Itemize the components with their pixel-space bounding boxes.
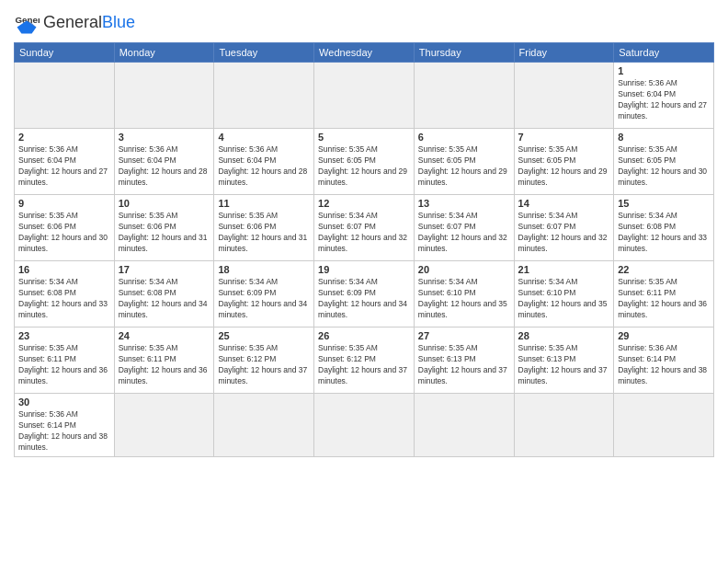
calendar-week-row: 30Sunrise: 5:36 AM Sunset: 6:14 PM Dayli… — [15, 394, 714, 457]
calendar-cell — [414, 394, 514, 457]
weekday-header-row: SundayMondayTuesdayWednesdayThursdayFrid… — [15, 43, 714, 63]
calendar-cell: 30Sunrise: 5:36 AM Sunset: 6:14 PM Dayli… — [15, 394, 115, 457]
calendar-cell: 7Sunrise: 5:35 AM Sunset: 6:05 PM Daylig… — [514, 129, 614, 195]
day-info: Sunrise: 5:34 AM Sunset: 6:08 PM Dayligh… — [18, 277, 110, 321]
weekday-header-wednesday: Wednesday — [314, 43, 415, 63]
day-info: Sunrise: 5:34 AM Sunset: 6:07 PM Dayligh… — [518, 211, 610, 255]
day-info: Sunrise: 5:34 AM Sunset: 6:08 PM Dayligh… — [119, 277, 210, 321]
logo-text: GeneralBlue — [43, 14, 135, 30]
day-info: Sunrise: 5:36 AM Sunset: 6:04 PM Dayligh… — [218, 144, 310, 189]
day-info: Sunrise: 5:35 AM Sunset: 6:13 PM Dayligh… — [518, 343, 610, 387]
day-number: 30 — [18, 396, 110, 408]
calendar-cell: 11Sunrise: 5:35 AM Sunset: 6:06 PM Dayli… — [214, 195, 314, 261]
weekday-header-tuesday: Tuesday — [214, 43, 314, 63]
calendar-cell: 28Sunrise: 5:35 AM Sunset: 6:13 PM Dayli… — [514, 327, 614, 394]
day-info: Sunrise: 5:34 AM Sunset: 6:09 PM Dayligh… — [318, 277, 410, 321]
calendar-cell: 5Sunrise: 5:35 AM Sunset: 6:05 PM Daylig… — [314, 129, 415, 195]
day-info: Sunrise: 5:34 AM Sunset: 6:07 PM Dayligh… — [318, 211, 410, 255]
day-number: 2 — [18, 132, 110, 143]
weekday-header-saturday: Saturday — [614, 43, 714, 63]
day-info: Sunrise: 5:35 AM Sunset: 6:05 PM Dayligh… — [318, 144, 410, 189]
calendar-cell — [614, 394, 714, 457]
calendar-cell: 24Sunrise: 5:35 AM Sunset: 6:11 PM Dayli… — [114, 327, 214, 394]
calendar-week-row: 1Sunrise: 5:36 AM Sunset: 6:04 PM Daylig… — [15, 63, 714, 129]
day-number: 27 — [418, 330, 510, 341]
day-info: Sunrise: 5:35 AM Sunset: 6:12 PM Dayligh… — [318, 343, 410, 387]
calendar-cell: 27Sunrise: 5:35 AM Sunset: 6:13 PM Dayli… — [414, 327, 514, 394]
day-number: 17 — [119, 264, 210, 275]
day-number: 5 — [318, 132, 410, 143]
day-info: Sunrise: 5:35 AM Sunset: 6:11 PM Dayligh… — [119, 343, 210, 387]
day-info: Sunrise: 5:35 AM Sunset: 6:13 PM Dayligh… — [418, 343, 510, 387]
logo: General GeneralBlue — [14, 9, 135, 35]
calendar-cell: 26Sunrise: 5:35 AM Sunset: 6:12 PM Dayli… — [314, 327, 415, 394]
calendar-cell — [114, 63, 214, 129]
calendar-cell — [414, 63, 514, 129]
weekday-header-friday: Friday — [514, 43, 614, 63]
calendar-cell — [214, 63, 314, 129]
day-number: 20 — [418, 264, 510, 275]
day-info: Sunrise: 5:35 AM Sunset: 6:05 PM Dayligh… — [418, 144, 510, 189]
calendar-cell: 8Sunrise: 5:35 AM Sunset: 6:05 PM Daylig… — [614, 129, 714, 195]
day-number: 3 — [119, 132, 210, 143]
day-info: Sunrise: 5:36 AM Sunset: 6:04 PM Dayligh… — [618, 78, 710, 122]
calendar-cell: 29Sunrise: 5:36 AM Sunset: 6:14 PM Dayli… — [614, 327, 714, 394]
calendar-cell: 25Sunrise: 5:35 AM Sunset: 6:12 PM Dayli… — [214, 327, 314, 394]
calendar-cell: 1Sunrise: 5:36 AM Sunset: 6:04 PM Daylig… — [614, 63, 714, 129]
day-number: 4 — [218, 132, 310, 143]
day-info: Sunrise: 5:34 AM Sunset: 6:10 PM Dayligh… — [518, 277, 610, 321]
generalblue-logo-icon: General — [14, 9, 40, 35]
day-info: Sunrise: 5:35 AM Sunset: 6:05 PM Dayligh… — [618, 144, 710, 189]
calendar-cell: 14Sunrise: 5:34 AM Sunset: 6:07 PM Dayli… — [514, 195, 614, 261]
calendar-cell: 2Sunrise: 5:36 AM Sunset: 6:04 PM Daylig… — [15, 129, 115, 195]
day-number: 15 — [618, 198, 710, 209]
day-number: 26 — [318, 330, 410, 341]
day-number: 12 — [318, 198, 410, 209]
day-info: Sunrise: 5:36 AM Sunset: 6:04 PM Dayligh… — [119, 144, 210, 189]
day-info: Sunrise: 5:36 AM Sunset: 6:14 PM Dayligh… — [18, 409, 110, 454]
calendar-week-row: 16Sunrise: 5:34 AM Sunset: 6:08 PM Dayli… — [15, 261, 714, 327]
calendar-week-row: 2Sunrise: 5:36 AM Sunset: 6:04 PM Daylig… — [15, 129, 714, 195]
calendar-cell — [314, 394, 415, 457]
day-number: 8 — [618, 132, 710, 143]
day-number: 10 — [119, 198, 210, 209]
page: General GeneralBlue SundayMondayTuesdayW… — [0, 0, 728, 563]
day-number: 21 — [518, 264, 610, 275]
calendar-cell — [514, 63, 614, 129]
calendar-cell: 20Sunrise: 5:34 AM Sunset: 6:10 PM Dayli… — [414, 261, 514, 327]
day-info: Sunrise: 5:35 AM Sunset: 6:11 PM Dayligh… — [618, 277, 710, 321]
calendar-week-row: 9Sunrise: 5:35 AM Sunset: 6:06 PM Daylig… — [15, 195, 714, 261]
calendar-week-row: 23Sunrise: 5:35 AM Sunset: 6:11 PM Dayli… — [15, 327, 714, 394]
calendar-cell: 4Sunrise: 5:36 AM Sunset: 6:04 PM Daylig… — [214, 129, 314, 195]
day-info: Sunrise: 5:35 AM Sunset: 6:06 PM Dayligh… — [218, 211, 310, 255]
weekday-header-monday: Monday — [114, 43, 214, 63]
day-number: 29 — [618, 330, 710, 341]
day-number: 28 — [518, 330, 610, 341]
day-number: 1 — [618, 65, 710, 76]
day-number: 11 — [218, 198, 310, 209]
weekday-header-thursday: Thursday — [414, 43, 514, 63]
day-number: 13 — [418, 198, 510, 209]
calendar-cell — [314, 63, 415, 129]
calendar-cell: 10Sunrise: 5:35 AM Sunset: 6:06 PM Dayli… — [114, 195, 214, 261]
day-info: Sunrise: 5:35 AM Sunset: 6:12 PM Dayligh… — [218, 343, 310, 387]
day-info: Sunrise: 5:35 AM Sunset: 6:05 PM Dayligh… — [518, 144, 610, 189]
day-info: Sunrise: 5:35 AM Sunset: 6:06 PM Dayligh… — [18, 211, 110, 255]
day-info: Sunrise: 5:35 AM Sunset: 6:06 PM Dayligh… — [119, 211, 210, 255]
day-info: Sunrise: 5:34 AM Sunset: 6:09 PM Dayligh… — [218, 277, 310, 321]
day-number: 23 — [18, 330, 110, 341]
calendar-cell: 18Sunrise: 5:34 AM Sunset: 6:09 PM Dayli… — [214, 261, 314, 327]
day-number: 9 — [18, 198, 110, 209]
calendar-cell — [214, 394, 314, 457]
day-number: 19 — [318, 264, 410, 275]
day-info: Sunrise: 5:36 AM Sunset: 6:14 PM Dayligh… — [618, 343, 710, 387]
calendar-cell: 21Sunrise: 5:34 AM Sunset: 6:10 PM Dayli… — [514, 261, 614, 327]
day-number: 7 — [518, 132, 610, 143]
day-number: 16 — [18, 264, 110, 275]
calendar-cell: 12Sunrise: 5:34 AM Sunset: 6:07 PM Dayli… — [314, 195, 415, 261]
day-info: Sunrise: 5:34 AM Sunset: 6:08 PM Dayligh… — [618, 211, 710, 255]
day-info: Sunrise: 5:35 AM Sunset: 6:11 PM Dayligh… — [18, 343, 110, 387]
day-number: 18 — [218, 264, 310, 275]
day-info: Sunrise: 5:34 AM Sunset: 6:10 PM Dayligh… — [418, 277, 510, 321]
calendar-cell: 6Sunrise: 5:35 AM Sunset: 6:05 PM Daylig… — [414, 129, 514, 195]
